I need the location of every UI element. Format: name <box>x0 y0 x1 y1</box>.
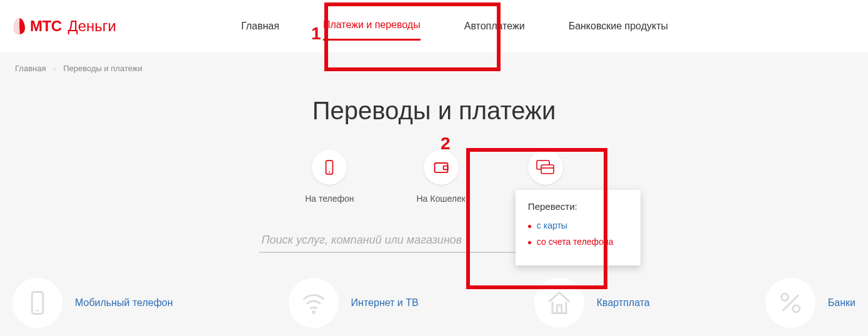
svg-line-13 <box>782 295 799 311</box>
category-utilities[interactable]: Квартплата <box>534 278 650 328</box>
svg-point-11 <box>781 294 788 300</box>
quick-action-label: На телефон <box>305 194 354 204</box>
logo[interactable]: МТС Деньги <box>12 17 116 35</box>
nav-payments[interactable]: Платежи и переводы <box>323 3 421 49</box>
nav-home[interactable]: Главная <box>241 21 279 32</box>
card-icon-circle[interactable] <box>528 150 563 185</box>
phone-icon-circle[interactable] <box>312 150 347 185</box>
wallet-icon <box>432 159 450 176</box>
breadcrumb: Главная › Переводы и платежи <box>0 52 868 84</box>
svg-point-8 <box>36 310 39 312</box>
breadcrumb-root[interactable]: Главная <box>15 64 46 73</box>
popover-link-from-phone-account[interactable]: со счета телефона <box>528 237 628 247</box>
category-label: Интернет и ТВ <box>351 297 419 309</box>
svg-point-9 <box>312 310 316 314</box>
popover-title: Перевести: <box>528 201 628 212</box>
main-content: Переводы и платежи На телефон На Кошелек <box>0 97 868 328</box>
chevron-right-icon: › <box>53 65 56 72</box>
mobile-icon <box>24 290 51 316</box>
phone-icon <box>321 159 337 175</box>
category-label: Банки <box>828 297 856 309</box>
percent-icon <box>777 289 804 317</box>
category-label: Мобильный телефон <box>75 297 173 309</box>
category-mobile[interactable]: Мобильный телефон <box>12 278 173 328</box>
categories-row: Мобильный телефон Интернет и ТВ <box>0 278 868 328</box>
logo-product-text: Деньги <box>67 17 116 35</box>
quick-action-label: На Кошелек <box>416 194 465 204</box>
wallet-icon-circle[interactable] <box>424 150 459 185</box>
quick-action-to-phone[interactable]: На телефон <box>305 150 354 204</box>
svg-rect-2 <box>434 163 447 172</box>
category-internet-tv[interactable]: Интернет и ТВ <box>289 278 419 328</box>
svg-rect-10 <box>557 305 561 314</box>
wifi-icon-circle <box>289 278 339 328</box>
svg-rect-3 <box>443 166 447 170</box>
transfer-popover: Перевести: с карты со счета телефона <box>516 190 641 265</box>
search-wrap <box>0 229 868 253</box>
wifi-icon <box>300 289 327 317</box>
house-icon-circle <box>534 278 584 328</box>
main-nav: Главная Платежи и переводы Автоплатежи Б… <box>241 3 668 49</box>
logo-brand-text: МТС <box>30 17 61 35</box>
house-icon <box>546 289 573 317</box>
category-banks[interactable]: Банки <box>766 278 856 328</box>
svg-point-1 <box>329 172 330 173</box>
mobile-icon-circle <box>12 278 62 328</box>
breadcrumb-current: Переводы и платежи <box>63 64 142 73</box>
category-label: Квартплата <box>597 297 650 309</box>
quick-actions-row: На телефон На Кошелек Перевести: <box>0 150 868 204</box>
nav-banking[interactable]: Банковские продукты <box>569 21 668 32</box>
percent-icon-circle <box>766 278 816 328</box>
svg-rect-5 <box>541 165 554 174</box>
header: МТС Деньги Главная Платежи и переводы Ав… <box>0 0 868 52</box>
egg-icon <box>12 17 26 35</box>
quick-action-to-wallet[interactable]: На Кошелек <box>416 150 465 204</box>
page-title: Переводы и платежи <box>0 97 868 125</box>
quick-action-to-card[interactable]: Перевести: с карты со счета телефона <box>528 150 563 204</box>
nav-autopay[interactable]: Автоплатежи <box>464 21 525 32</box>
cards-icon <box>536 159 556 175</box>
popover-link-from-card[interactable]: с карты <box>528 220 628 230</box>
svg-point-12 <box>792 305 799 312</box>
